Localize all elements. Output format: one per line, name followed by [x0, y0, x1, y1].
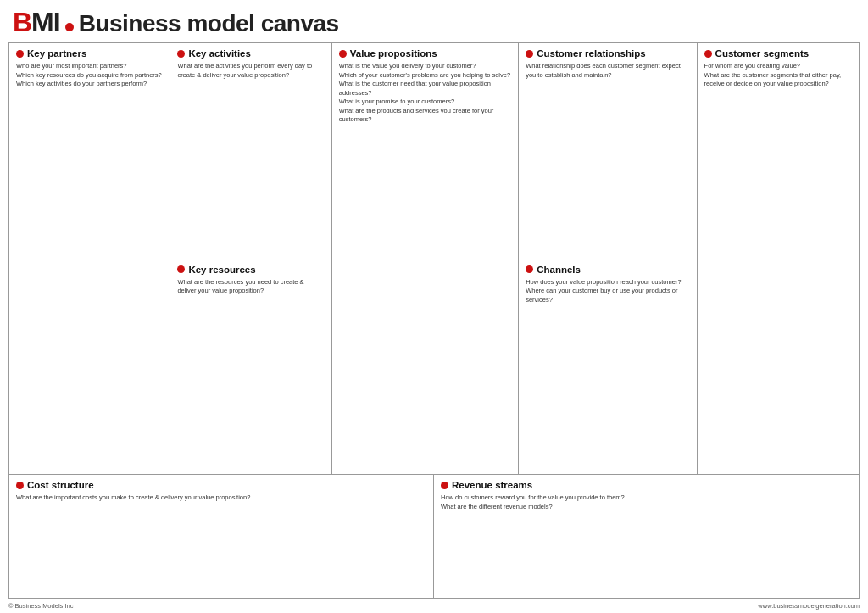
customer-relationships-dot — [526, 50, 533, 58]
key-partners-title: Key partners — [16, 48, 163, 59]
channels-dot — [526, 265, 533, 273]
key-partners-cell: Key partners Who are your most important… — [9, 43, 170, 474]
right-middle-col: Customer relationships What relationship… — [519, 43, 697, 474]
key-resources-body: What are the resources you need to creat… — [177, 278, 324, 296]
channels-title: Channels — [526, 265, 689, 275]
customer-segments-body: For whom are you creating value? What ar… — [704, 62, 852, 89]
key-resources-title: Key resources — [177, 265, 324, 275]
customer-segments-title: Customer segments — [704, 48, 852, 59]
canvas-grid: Key partners Who are your most important… — [8, 42, 860, 599]
cost-structure-title: Cost structure — [16, 480, 426, 490]
page-header: BMI Business model canvas — [0, 0, 868, 42]
value-propositions-title: Value propositions — [339, 48, 511, 59]
top-section: Key partners Who are your most important… — [9, 43, 859, 475]
cost-structure-dot — [16, 482, 24, 489]
customer-relationships-title: Customer relationships — [526, 48, 689, 59]
footer-right: www.businessmodelgeneration.com — [758, 602, 860, 610]
value-propositions-dot — [339, 50, 347, 58]
value-propositions-cell: Value propositions What is the value you… — [332, 43, 519, 474]
key-activities-body: What are the activities you perform ever… — [177, 62, 324, 80]
channels-cell: Channels How does your value proposition… — [519, 259, 696, 475]
customer-relationships-body: What relationship does each customer seg… — [526, 62, 689, 80]
revenue-streams-title: Revenue streams — [441, 480, 852, 490]
key-resources-dot — [177, 265, 185, 273]
revenue-streams-body: How do customers reward you for the valu… — [441, 493, 852, 511]
key-activities-dot — [177, 50, 185, 58]
customer-segments-cell: Customer segments For whom are you creat… — [698, 43, 859, 474]
value-propositions-body: What is the value you delivery to your c… — [339, 62, 511, 125]
page-footer: © Business Models Inc www.businessmodelg… — [0, 599, 868, 613]
canvas-container: Key partners Who are your most important… — [0, 42, 868, 599]
key-partners-body: Who are your most important partners? Wh… — [16, 62, 163, 89]
key-activities-cell: Key activities What are the activities y… — [170, 43, 331, 259]
channels-body: How does your value proposition reach yo… — [526, 278, 689, 305]
page-title: Business model canvas — [79, 10, 339, 37]
header-dot — [65, 23, 74, 31]
customer-segments-dot — [704, 50, 712, 58]
revenue-streams-cell: Revenue streams How do customers reward … — [434, 475, 859, 598]
key-activities-title: Key activities — [177, 48, 324, 59]
bmi-logo: BMI — [13, 7, 60, 38]
footer-left: © Business Models Inc — [8, 602, 73, 610]
bottom-section: Cost structure What are the important co… — [9, 475, 859, 598]
key-resources-cell: Key resources What are the resources you… — [170, 259, 331, 475]
revenue-streams-dot — [441, 482, 448, 489]
cost-structure-cell: Cost structure What are the important co… — [9, 475, 434, 598]
cost-structure-body: What are the important costs you make to… — [16, 493, 426, 503]
customer-relationships-cell: Customer relationships What relationship… — [519, 43, 696, 259]
key-partners-dot — [16, 50, 24, 58]
middle-col: Key activities What are the activities y… — [170, 43, 331, 474]
